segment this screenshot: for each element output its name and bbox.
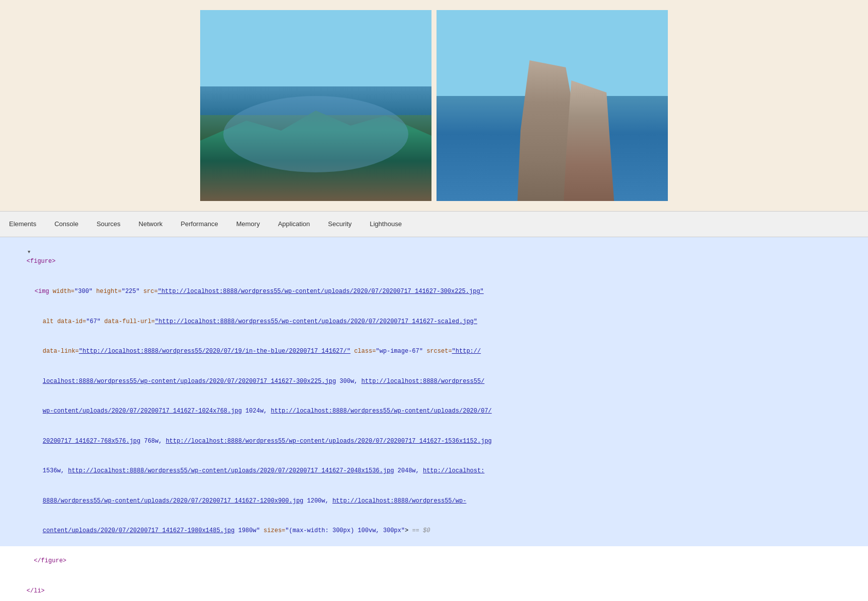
tab-application-label: Application (278, 220, 310, 228)
tab-network-label: Network (139, 220, 163, 228)
preview-area (0, 0, 868, 211)
li-close-line[interactable]: </li> (0, 576, 868, 601)
tab-network[interactable]: Network (130, 212, 172, 237)
devtools-panel[interactable]: <figure> <img width="300" height="225" s… (0, 237, 868, 601)
devtools-toolbar: Elements Console Sources Network Perform… (0, 211, 868, 237)
tab-memory-label: Memory (236, 220, 260, 228)
img1-srcset3-line: 20200717_141627-768x576.jpg 768w, http:/… (0, 427, 868, 457)
tab-security-label: Security (328, 220, 352, 228)
figure-open-line[interactable]: <figure> (0, 237, 868, 277)
tab-sources[interactable]: Sources (88, 212, 130, 237)
img1-alt-line: alt data-id="67" data-full-url="http://l… (0, 307, 868, 337)
img1-srcset1-line: localhost:8888/wordpress55/wp-content/up… (0, 366, 868, 396)
tab-lighthouse[interactable]: Lighthouse (361, 212, 411, 237)
faraglioni-image (437, 10, 668, 201)
tab-elements-label: Elements (9, 220, 36, 228)
tab-performance-label: Performance (181, 220, 218, 228)
img1-srcset6-line: content/uploads/2020/07/20200717_141627-… (0, 516, 868, 546)
tab-console-label: Console (54, 220, 78, 228)
img1-line[interactable]: <img width="300" height="225" src="http:… (0, 277, 868, 307)
tab-lighthouse-label: Lighthouse (370, 220, 402, 228)
tab-memory[interactable]: Memory (227, 212, 269, 237)
img1-srcset4-line: 1536w, http://localhost:8888/wordpress55… (0, 456, 868, 486)
img1-srcset5-line: 8888/wordpress55/wp-content/uploads/2020… (0, 486, 868, 517)
tab-sources-label: Sources (97, 220, 121, 228)
tab-performance[interactable]: Performance (171, 212, 227, 237)
figure-close-line[interactable]: </figure> (0, 546, 868, 576)
preview-image-left (200, 10, 431, 201)
capri-town-image (200, 10, 431, 201)
triangle-figure[interactable] (27, 247, 32, 257)
tab-console[interactable]: Console (45, 212, 88, 237)
tab-application[interactable]: Application (269, 212, 319, 237)
tab-security[interactable]: Security (319, 212, 361, 237)
tab-elements[interactable]: Elements (0, 212, 45, 237)
img1-srcset2-line: wp-content/uploads/2020/07/20200717_1416… (0, 396, 868, 427)
img1-datalink-line: data-link="http://localhost:8888/wordpre… (0, 337, 868, 367)
preview-image-right (437, 10, 668, 201)
